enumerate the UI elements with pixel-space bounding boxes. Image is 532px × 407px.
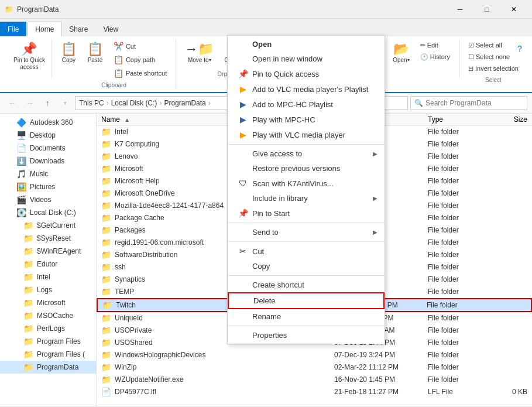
ctx-scan-k7[interactable]: 🛡 Scan with K7AntiVirus... — [228, 176, 385, 191]
ctx-add-vlc[interactable]: ▶ Add to VLC media player's Playlist — [228, 81, 385, 97]
getcurrent-icon: 📁 — [23, 221, 33, 230]
ctx-open[interactable]: Open — [228, 37, 385, 52]
ctx-send-to[interactable]: Send to — [228, 225, 385, 240]
ctx-open-new-window-label: Open in new window — [252, 54, 322, 63]
ctx-pin-quick-access[interactable]: 📌 Pin to Quick access — [228, 66, 385, 81]
sidebar-item-autodesk-label: Autodesk 360 — [30, 118, 73, 126]
open-button[interactable]: 📂 Open ▾ — [389, 40, 413, 66]
select-group-label: Select — [485, 74, 502, 83]
sidebar-item-pictures[interactable]: 🖼️ Pictures — [0, 180, 96, 193]
sidebar-item-program-files-label: Program Files — [37, 337, 81, 346]
ctx-give-access-label: Give access to — [252, 149, 302, 158]
sidebar-item-msocache[interactable]: 📁 MSOCache — [0, 309, 96, 322]
sidebar-item-edutor[interactable]: 📁 Edutor — [0, 258, 96, 271]
sidebar-item-desktop-label: Desktop — [30, 131, 56, 139]
maximize-button[interactable]: □ — [473, 0, 500, 19]
sidebar-item-logs[interactable]: 📁 Logs — [0, 283, 96, 296]
ctx-include-library[interactable]: Include in library — [228, 191, 385, 206]
cut-label: Cut — [126, 43, 136, 50]
twitch-folder-icon: 📁 — [102, 300, 112, 310]
file-type: File folder — [428, 177, 486, 185]
copy-path-icon: 📋 — [114, 55, 123, 64]
recent-button[interactable]: ▾ — [57, 95, 73, 111]
tab-share[interactable]: Share — [61, 22, 95, 36]
sidebar-item-microsoft[interactable]: 📁 Microsoft — [0, 296, 96, 309]
help-button[interactable]: ? — [512, 41, 527, 56]
ctx-pin-start-label: Pin to Start — [252, 209, 290, 218]
forward-button[interactable]: → — [22, 95, 37, 111]
sidebar-item-intel[interactable]: 📁 Intel — [0, 271, 96, 283]
column-size[interactable]: Size — [486, 115, 527, 124]
up-button[interactable]: ↑ — [40, 95, 55, 111]
back-button[interactable]: ← — [5, 95, 20, 111]
sidebar-item-videos[interactable]: 🎬 Videos — [0, 193, 96, 206]
folder-icon: 📁 — [101, 338, 111, 347]
ctx-create-shortcut[interactable]: Create shortcut — [228, 278, 385, 292]
cut-button[interactable]: ✂️ Cut — [109, 40, 171, 53]
search-input[interactable] — [425, 99, 523, 107]
sidebar-item-sysreset[interactable]: 📁 $SysReset — [0, 232, 96, 245]
folder-icon: 📁 — [101, 313, 111, 323]
edit-label: ✏ Edit — [420, 42, 438, 49]
sidebar-item-autodesk[interactable]: 🔷 Autodesk 360 — [0, 116, 96, 129]
copy-path-button[interactable]: 📋 Copy path — [109, 53, 171, 66]
paste-shortcut-button[interactable]: 📋 Paste shortcut — [109, 67, 171, 80]
sidebar-item-programdata[interactable]: 📁 ProgramData — [0, 361, 96, 374]
ctx-give-access[interactable]: Give access to — [228, 146, 385, 161]
column-type[interactable]: Type — [428, 115, 486, 124]
close-button[interactable]: ✕ — [500, 0, 527, 19]
sidebar-item-documents[interactable]: 📄 Documents — [0, 142, 96, 155]
ctx-play-mpc[interactable]: ▶ Play with MPC-HC — [228, 112, 385, 127]
ribbon-group-pin: 📌 Pin to Quickaccess — [5, 39, 52, 78]
tab-file[interactable]: File — [0, 22, 26, 36]
ctx-properties[interactable]: Properties — [228, 328, 385, 343]
ctx-add-mpc[interactable]: ▶ Add to MPC-HC Playlist — [228, 97, 385, 112]
sidebar-item-getcurrent[interactable]: 📁 $GetCurrent — [0, 219, 96, 232]
tab-home[interactable]: Home — [28, 22, 61, 36]
sidebar-item-local-disk[interactable]: 💽 Local Disk (C:) — [0, 206, 96, 219]
ctx-sep4 — [228, 275, 385, 276]
ctx-play-vlc-icon: ▶ — [237, 130, 249, 139]
ctx-open-new-window[interactable]: Open in new window — [228, 52, 385, 66]
sidebar-item-perflogs[interactable]: 📁 PerfLogs — [0, 322, 96, 335]
ctx-delete[interactable]: Delete — [228, 292, 385, 309]
folder-icon: 📁 — [101, 262, 111, 272]
ctx-restore-versions[interactable]: Restore previous versions — [228, 161, 385, 176]
tab-view[interactable]: View — [95, 22, 126, 36]
file-row[interactable]: 📁 WindowsHolographicDevices 07-Dec-19 3:… — [97, 349, 532, 361]
history-button[interactable]: 🕐 History — [416, 52, 454, 63]
ctx-scan-icon: 🛡 — [237, 179, 249, 188]
logs-icon: 📁 — [23, 285, 33, 295]
sidebar-item-winreagent[interactable]: 📁 $WinREAgent — [0, 245, 96, 258]
file-name: DP45977C.lfl — [115, 388, 334, 396]
pin-quick-access-button[interactable]: 📌 Pin to Quickaccess — [9, 40, 49, 74]
copy-button[interactable]: 📋 Copy — [57, 40, 81, 66]
clipboard-items: 📋 Copy 📋 Paste ✂️ Cut 📋 Copy pat — [57, 40, 171, 80]
file-type: File folder — [428, 152, 486, 160]
sidebar-item-program-files-x86[interactable]: 📁 Program Files ( — [0, 348, 96, 361]
sidebar-item-perflogs-label: PerfLogs — [37, 324, 65, 333]
sidebar-item-desktop[interactable]: 🖥️ Desktop — [0, 129, 96, 142]
file-row[interactable]: 📄 DP45977C.lfl 21-Feb-18 11:27 PM LFL Fi… — [97, 386, 532, 398]
title-bar-controls: ─ □ ✕ — [447, 0, 527, 19]
ctx-rename[interactable]: Rename — [228, 309, 385, 324]
file-size: 0 KB — [486, 388, 527, 396]
ctx-restore-label: Restore previous versions — [252, 164, 340, 173]
sidebar-item-downloads[interactable]: ⬇️ Downloads — [0, 155, 96, 167]
ctx-copy[interactable]: Copy — [228, 259, 385, 273]
sidebar-item-music[interactable]: 🎵 Music — [0, 167, 96, 180]
clipboard-group-label: Clipboard — [101, 80, 126, 88]
paste-button[interactable]: 📋 Paste — [83, 40, 107, 66]
ctx-pin-start[interactable]: 📌 Pin to Start — [228, 206, 385, 221]
ctx-play-vlc[interactable]: ▶ Play with VLC media player — [228, 127, 385, 142]
invert-selection-button[interactable]: ⊟ Invert selection — [464, 63, 523, 74]
minimize-button[interactable]: ─ — [447, 0, 473, 19]
ctx-mpc-icon: ▶ — [237, 100, 249, 109]
ctx-cut[interactable]: ✂ Cut — [228, 244, 385, 259]
sidebar-item-program-files[interactable]: 📁 Program Files — [0, 335, 96, 348]
file-row[interactable]: 📁 WinZip 02-Mar-22 11:12 PM File folder — [97, 361, 532, 374]
move-to-button[interactable]: →📁 Move to ▾ — [181, 40, 218, 66]
file-type: File folder — [428, 238, 486, 247]
file-row[interactable]: 📁 WZUpdateNotifier.exe 16-Nov-20 1:45 PM… — [97, 374, 532, 386]
edit-button[interactable]: ✏ Edit — [416, 40, 454, 51]
